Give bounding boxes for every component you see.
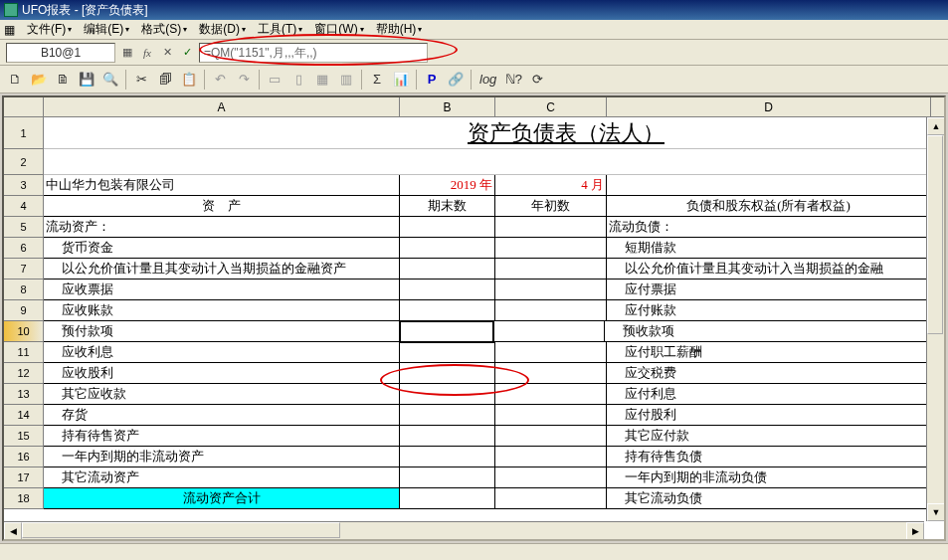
sheet-title[interactable]: 资产负债表（法人） bbox=[44, 117, 931, 149]
scroll-up-icon[interactable]: ▲ bbox=[927, 117, 945, 135]
formula-input[interactable]: =QM("1151",月,,,年,,) bbox=[199, 43, 428, 63]
accept-formula-icon[interactable]: ✓ bbox=[179, 45, 195, 61]
asset-cell[interactable]: 其它流动资产 bbox=[44, 467, 400, 488]
row-header[interactable]: 18 bbox=[4, 488, 44, 509]
col-header-d[interactable]: D bbox=[607, 97, 931, 116]
beginning-cell[interactable] bbox=[495, 300, 607, 321]
select-all-corner[interactable] bbox=[4, 97, 44, 116]
liability-cell[interactable]: 其它流动负债 bbox=[607, 488, 931, 509]
col-header-c[interactable]: C bbox=[495, 97, 607, 116]
month-cell[interactable]: 4 月 bbox=[495, 175, 607, 196]
ending-cell[interactable] bbox=[400, 259, 495, 280]
menu-file[interactable]: 文件(F)▾ bbox=[21, 19, 78, 40]
refresh-icon[interactable]: ⟳ bbox=[526, 69, 548, 91]
horizontal-scrollbar[interactable]: ◀ ▶ bbox=[4, 521, 924, 539]
beginning-cell[interactable] bbox=[495, 342, 607, 363]
liability-cell[interactable]: 以公允价值计量且其变动计入当期损益的金融 bbox=[607, 259, 931, 280]
ending-cell[interactable] bbox=[400, 426, 495, 447]
row-header[interactable]: 12 bbox=[4, 363, 44, 384]
ending-cell[interactable] bbox=[400, 300, 495, 321]
liability-cell[interactable]: 短期借款 bbox=[607, 238, 931, 259]
beginning-cell[interactable] bbox=[495, 280, 607, 300]
p-button[interactable]: P bbox=[421, 69, 443, 91]
fx-button[interactable]: fx bbox=[139, 45, 155, 61]
split-icon[interactable]: ▥ bbox=[335, 69, 357, 91]
asset-cell[interactable]: 流动资产合计 bbox=[44, 488, 400, 509]
merge-icon[interactable]: ▦ bbox=[311, 69, 333, 91]
table-icon[interactable]: ▦ bbox=[119, 45, 135, 61]
ending-cell[interactable] bbox=[400, 384, 495, 405]
beginning-cell[interactable] bbox=[495, 259, 607, 280]
link-icon[interactable]: 🔗 bbox=[445, 69, 467, 91]
ending-cell[interactable] bbox=[400, 238, 495, 259]
asset-cell[interactable]: 其它应收款 bbox=[44, 384, 400, 405]
col-header-b[interactable]: B bbox=[400, 97, 495, 116]
save-icon[interactable]: 💾 bbox=[76, 69, 97, 91]
sigma-icon[interactable]: Σ bbox=[366, 69, 388, 91]
scroll-down-icon[interactable]: ▼ bbox=[927, 503, 945, 521]
menu-edit[interactable]: 编辑(E)▾ bbox=[78, 19, 135, 40]
row-header[interactable]: 17 bbox=[4, 467, 44, 488]
asset-cell[interactable]: 一年内到期的非流动资产 bbox=[44, 447, 400, 467]
liability-cell[interactable]: 应付利息 bbox=[607, 384, 931, 405]
beginning-cell[interactable] bbox=[495, 384, 607, 405]
row-header[interactable]: 5 bbox=[4, 217, 44, 238]
beginning-cell[interactable] bbox=[495, 405, 607, 426]
menu-tools[interactable]: 工具(T)▾ bbox=[252, 19, 308, 40]
ending-cell[interactable] bbox=[399, 320, 494, 343]
liability-cell[interactable]: 其它应付款 bbox=[607, 426, 931, 447]
beginning-cell[interactable] bbox=[495, 488, 607, 509]
asset-cell[interactable]: 应收票据 bbox=[44, 280, 400, 300]
liability-cell[interactable]: 持有待售负债 bbox=[607, 447, 931, 467]
col-header-a[interactable]: A bbox=[44, 97, 400, 116]
row-header[interactable]: 14 bbox=[4, 405, 44, 426]
asset-cell[interactable]: 持有待售资产 bbox=[44, 426, 400, 447]
beginning-cell[interactable] bbox=[495, 426, 607, 447]
row-header[interactable]: 10 bbox=[4, 321, 44, 342]
asset-cell[interactable]: 预付款项 bbox=[44, 321, 400, 342]
beginning-cell[interactable] bbox=[495, 447, 607, 467]
liability-cell[interactable]: 流动负债： bbox=[607, 217, 931, 238]
liability-cell[interactable]: 预收款项 bbox=[605, 321, 929, 342]
chart-icon[interactable]: 📊 bbox=[390, 69, 412, 91]
preview-icon[interactable]: 🔍 bbox=[99, 69, 121, 91]
paste-icon[interactable]: 📋 bbox=[178, 69, 200, 91]
cancel-formula-icon[interactable]: ✕ bbox=[159, 45, 175, 61]
row-header[interactable]: 15 bbox=[4, 426, 44, 447]
scroll-left-icon[interactable]: ◀ bbox=[4, 522, 22, 540]
asset-cell[interactable]: 以公允价值计量且其变动计入当期损益的金融资产 bbox=[44, 259, 400, 280]
year-cell[interactable]: 2019 年 bbox=[400, 175, 495, 196]
row-header[interactable]: 11 bbox=[4, 342, 44, 363]
asset-cell[interactable]: 货币资金 bbox=[44, 238, 400, 259]
insert-row-icon[interactable]: ▭ bbox=[264, 69, 285, 91]
ending-cell[interactable] bbox=[400, 217, 495, 238]
beginning-cell[interactable] bbox=[495, 363, 607, 384]
scroll-thumb-v[interactable] bbox=[927, 135, 943, 334]
row-header[interactable]: 2 bbox=[4, 149, 44, 175]
ending-cell[interactable] bbox=[400, 363, 495, 384]
beginning-cell[interactable] bbox=[495, 217, 607, 238]
help-icon[interactable]: ℕ? bbox=[502, 69, 524, 91]
header-ending[interactable]: 期末数 bbox=[400, 196, 495, 217]
header-assets[interactable]: 资 产 bbox=[44, 196, 400, 217]
log-button[interactable]: log bbox=[475, 69, 500, 91]
liability-cell[interactable]: 应付账款 bbox=[607, 300, 931, 321]
copy-icon[interactable]: 🗐 bbox=[154, 69, 176, 91]
row-header[interactable]: 8 bbox=[4, 280, 44, 300]
open-icon[interactable]: 📂 bbox=[28, 69, 50, 91]
asset-cell[interactable]: 应收股利 bbox=[44, 363, 400, 384]
asset-cell[interactable]: 应收账款 bbox=[44, 300, 400, 321]
liability-cell[interactable]: 应交税费 bbox=[607, 363, 931, 384]
company-cell[interactable]: 中山华力包装有限公司 bbox=[44, 175, 400, 196]
liability-cell[interactable]: 一年内到期的非流动负债 bbox=[607, 467, 931, 488]
liability-cell[interactable]: 应付股利 bbox=[607, 405, 931, 426]
row-header[interactable]: 1 bbox=[4, 117, 44, 149]
row-header[interactable]: 16 bbox=[4, 447, 44, 467]
row-header[interactable]: 13 bbox=[4, 384, 44, 405]
menu-help[interactable]: 帮助(H)▾ bbox=[370, 19, 429, 40]
beginning-cell[interactable] bbox=[495, 238, 607, 259]
header-beginning[interactable]: 年初数 bbox=[495, 196, 607, 217]
menu-format[interactable]: 格式(S)▾ bbox=[135, 19, 193, 40]
menu-window[interactable]: 窗口(W)▾ bbox=[308, 19, 369, 40]
scroll-thumb-h[interactable] bbox=[22, 522, 340, 538]
